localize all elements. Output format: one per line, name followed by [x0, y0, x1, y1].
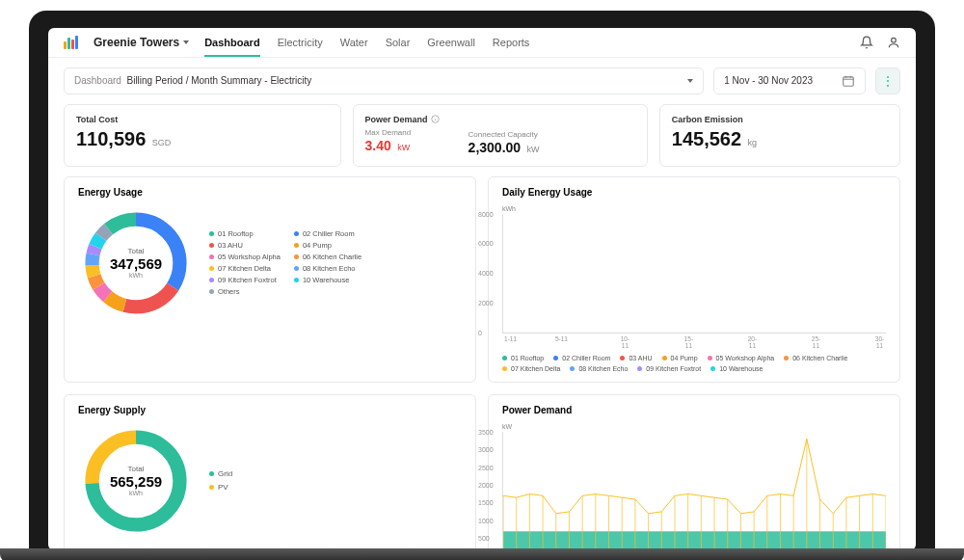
- daily-energy-bars: 0 2000 4000 6000 8000: [502, 214, 886, 333]
- legend-item[interactable]: 04 Pump: [662, 355, 698, 361]
- more-menu-button[interactable]: ⋮: [875, 67, 900, 94]
- topbar: Greenie Towers Dashboard Electricity Wat…: [48, 28, 916, 58]
- legend-item[interactable]: 03 AHU: [209, 241, 281, 250]
- legend-item[interactable]: 02 Chiller Room: [294, 229, 365, 238]
- legend-item[interactable]: Others: [209, 287, 281, 296]
- daily-energy-legend: 01 Rooftop02 Chiller Room03 AHU04 Pump05…: [502, 355, 886, 372]
- legend-item[interactable]: 02 Chiller Room: [553, 355, 610, 361]
- user-icon[interactable]: [887, 36, 900, 49]
- tab-solar[interactable]: Solar: [386, 37, 411, 48]
- legend-item[interactable]: PV: [209, 483, 232, 492]
- legend-item[interactable]: 07 Kitchen Delta: [502, 365, 560, 372]
- energy-usage-legend: 01 Rooftop02 Chiller Room03 AHU04 Pump05…: [209, 229, 365, 296]
- svg-point-0: [892, 38, 897, 42]
- power-demand-card: Power Demand kW 0 500 1000 1500 2000 250…: [488, 394, 900, 550]
- donut-center-label: Total: [128, 247, 145, 255]
- kpi-title: Total Cost: [76, 115, 329, 124]
- max-demand-value: 3.40: [365, 138, 391, 153]
- chart-unit: kWh: [502, 205, 886, 212]
- info-icon[interactable]: [431, 115, 440, 123]
- max-demand-unit: kW: [397, 143, 410, 152]
- brand-selector[interactable]: Greenie Towers: [94, 36, 189, 49]
- legend-item[interactable]: 03 AHU: [620, 355, 652, 361]
- tab-water[interactable]: Water: [340, 37, 368, 48]
- tab-dashboard[interactable]: Dashboard: [204, 37, 259, 57]
- date-range-picker[interactable]: 1 Nov - 30 Nov 2023: [713, 67, 866, 94]
- chart-unit: kW: [502, 423, 886, 430]
- energy-supply-legend: GridPV: [209, 469, 232, 492]
- daily-energy-card: Daily Energy Usage kWh 0 2000 4000 6000 …: [488, 176, 900, 383]
- legend-item[interactable]: Grid: [209, 469, 232, 478]
- nav-tabs: Dashboard Electricity Water Solar Greenw…: [204, 37, 529, 48]
- legend-item[interactable]: 06 Kitchen Charlie: [784, 355, 847, 361]
- legend-item[interactable]: 05 Workshop Alpha: [209, 253, 281, 261]
- energy-usage-card: Energy Usage: [64, 176, 476, 383]
- kpi-title: Carbon Emission: [672, 115, 888, 124]
- donut-center-value: 347,569: [110, 255, 162, 272]
- kpi-total-cost: Total Cost 110,596 SGD: [64, 104, 341, 167]
- legend-item[interactable]: 08 Kitchen Echo: [294, 264, 365, 273]
- chart-title: Power Demand: [502, 405, 886, 415]
- donut-center-value: 565,259: [110, 473, 162, 490]
- chevron-down-icon: [183, 40, 189, 44]
- donut-center-unit: kWh: [129, 272, 143, 279]
- tab-reports[interactable]: Reports: [493, 37, 530, 48]
- breadcrumb-prefix: Dashboard: [74, 75, 121, 86]
- kpi-value: 145,562: [672, 128, 741, 149]
- legend-item[interactable]: 01 Rooftop: [209, 229, 281, 238]
- chart-title: Energy Supply: [78, 405, 462, 415]
- breadcrumb-selector[interactable]: Dashboard Billing Period / Month Summary…: [64, 67, 704, 94]
- legend-item[interactable]: 09 Kitchen Foxtrot: [209, 276, 281, 284]
- kpi-power-demand: Power Demand Max Demand 3.40 kW Connecte…: [353, 104, 648, 167]
- kpi-title: Power Demand: [365, 115, 428, 124]
- chevron-down-icon: [687, 79, 693, 83]
- legend-item[interactable]: 07 Kitchen Delta: [209, 264, 281, 273]
- legend-item[interactable]: 10 Warehouse: [710, 365, 763, 372]
- energy-supply-donut: Total 565,259 kWh: [78, 423, 194, 539]
- legend-item[interactable]: 06 Kitchen Charlie: [294, 253, 365, 261]
- kpi-unit: kg: [748, 138, 758, 147]
- brand-name: Greenie Towers: [94, 36, 179, 49]
- logo-icon: [64, 36, 78, 49]
- bell-icon[interactable]: [860, 36, 873, 49]
- max-demand-label: Max Demand: [365, 128, 440, 137]
- legend-item[interactable]: 10 Warehouse: [294, 276, 365, 284]
- daily-energy-xaxis: 1-115-1110-1115-1120-1125-1130-11: [502, 335, 886, 349]
- legend-item[interactable]: 08 Kitchen Echo: [570, 365, 628, 372]
- tab-greenwall[interactable]: Greenwall: [427, 37, 475, 48]
- kpi-value: 110,596: [76, 128, 146, 149]
- donut-center-label: Total: [128, 465, 145, 473]
- legend-item[interactable]: 05 Workshop Alpha: [708, 355, 775, 361]
- date-range-value: 1 Nov - 30 Nov 2023: [724, 75, 813, 86]
- energy-supply-card: Energy Supply Total 565,259 kWh: [64, 394, 476, 550]
- chart-title: Daily Energy Usage: [502, 187, 886, 198]
- breadcrumb-path: Billing Period / Month Summary - Electri…: [126, 75, 311, 86]
- capacity-value: 2,300.00: [469, 140, 522, 155]
- svg-rect-1: [844, 76, 854, 85]
- energy-usage-donut: Total 347,569 kWh: [78, 205, 194, 321]
- kpi-carbon: Carbon Emission 145,562 kg: [659, 104, 900, 167]
- tab-electricity[interactable]: Electricity: [278, 37, 323, 48]
- chart-title: Energy Usage: [78, 187, 462, 198]
- legend-item[interactable]: 09 Kitchen Foxtrot: [637, 365, 701, 372]
- capacity-label: Connected Capacity: [469, 130, 540, 139]
- legend-item[interactable]: 04 Pump: [294, 241, 365, 250]
- capacity-unit: kW: [527, 145, 540, 154]
- legend-item[interactable]: 01 Rooftop: [502, 355, 544, 361]
- power-demand-chart: 0 500 1000 1500 2000 2500 3000 3500: [502, 432, 886, 550]
- calendar-icon: [842, 74, 855, 88]
- donut-center-unit: kWh: [129, 490, 143, 496]
- kpi-unit: SGD: [152, 138, 172, 147]
